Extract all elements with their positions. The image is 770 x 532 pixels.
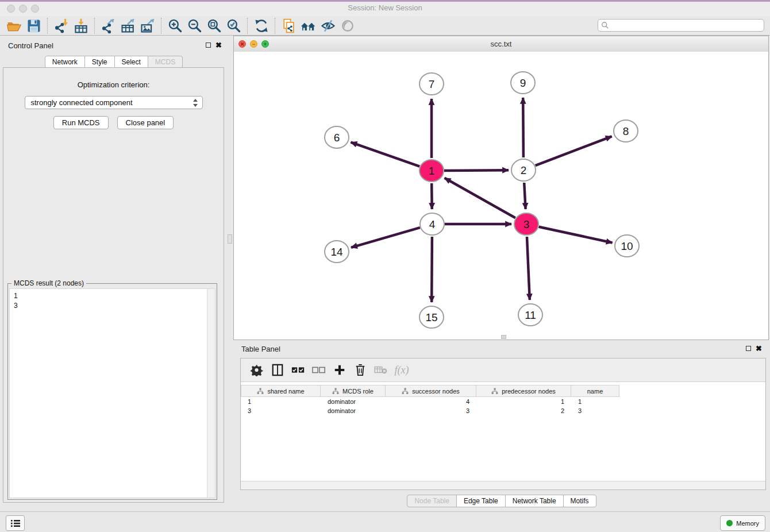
graph-node-4[interactable]: 4: [420, 213, 444, 235]
tab-mcds[interactable]: MCDS: [148, 56, 183, 68]
export-image-button[interactable]: [138, 17, 157, 34]
float-panel-icon[interactable]: [206, 43, 211, 48]
graph-edge-2-9[interactable]: [523, 98, 523, 157]
tab-motifs[interactable]: Motifs: [563, 495, 596, 507]
show-details-button[interactable]: [338, 17, 357, 34]
graph-node-9[interactable]: 9: [511, 72, 535, 94]
tab-network[interactable]: Network: [45, 56, 85, 68]
search-input[interactable]: [598, 19, 764, 32]
graph-edge-4-15[interactable]: [432, 237, 432, 302]
table-cell[interactable]: dominator: [321, 406, 386, 415]
tab-select[interactable]: Select: [114, 56, 148, 68]
result-scrollbar[interactable]: [207, 289, 215, 498]
refresh-icon: [253, 18, 270, 34]
task-history-button[interactable]: [6, 515, 25, 531]
table-horizontal-scrollbar[interactable]: [241, 481, 765, 489]
network-window-titlebar[interactable]: ✕ − + scc.txt: [234, 36, 768, 52]
criterion-dropdown[interactable]: strongly connected component: [25, 96, 203, 109]
export-network-button[interactable]: [99, 17, 118, 34]
graph-node-1[interactable]: 1: [419, 160, 444, 182]
zoom-out-button[interactable]: [185, 17, 205, 34]
table-cell[interactable]: 3: [241, 406, 321, 415]
table-settings-button[interactable]: [247, 361, 267, 379]
column-header-shared-name[interactable]: shared name: [241, 385, 321, 397]
table-cell[interactable]: 2: [476, 406, 571, 415]
column-pane-button[interactable]: [267, 361, 288, 379]
toolbar-separator: [275, 18, 276, 34]
table-cell[interactable]: 3: [571, 406, 619, 415]
graph-node-10[interactable]: 10: [615, 235, 639, 257]
zoom-fit-button[interactable]: [205, 17, 224, 34]
graph-node-15[interactable]: 15: [419, 306, 444, 328]
table-cell[interactable]: 1: [571, 397, 619, 406]
graph-node-label: 1: [429, 165, 435, 177]
graph-node-6[interactable]: 6: [325, 126, 349, 148]
tab-node-table[interactable]: Node Table: [407, 495, 457, 507]
graph-edge-1-2[interactable]: [444, 170, 509, 171]
select-all-columns-button[interactable]: [288, 361, 309, 379]
table-cell[interactable]: 1: [476, 397, 571, 406]
create-column-button[interactable]: [329, 361, 350, 379]
graph-edge-1-4[interactable]: [432, 183, 432, 209]
column-header-name[interactable]: name: [571, 385, 619, 397]
refresh-button[interactable]: [252, 17, 271, 34]
network-view-window: ✕ − + scc.txt 7968124314101511: [233, 36, 769, 340]
deselect-all-columns-button[interactable]: [309, 361, 329, 379]
graph-edge-4-14[interactable]: [351, 228, 420, 248]
memory-label: Memory: [736, 520, 759, 527]
graph-node-3[interactable]: 3: [514, 213, 538, 235]
column-header-successor-nodes[interactable]: successor nodes: [386, 385, 476, 397]
table-cell[interactable]: 1: [241, 397, 321, 406]
graph-edge-2-3[interactable]: [524, 183, 525, 209]
network-canvas[interactable]: 7968124314101511: [234, 52, 768, 340]
mcds-result-area[interactable]: 1 3: [9, 288, 215, 498]
import-table-button[interactable]: [71, 17, 91, 34]
column-header-MCDS-role[interactable]: MCDS role: [321, 385, 386, 397]
graph-edge-3-1[interactable]: [445, 178, 515, 218]
graph-node-7[interactable]: 7: [419, 73, 444, 95]
graph-node-2[interactable]: 2: [511, 159, 536, 181]
export-table-button[interactable]: [118, 17, 138, 34]
open-file-button[interactable]: [5, 17, 24, 34]
table-cell[interactable]: dominator: [321, 397, 386, 406]
memory-button[interactable]: Memory: [720, 515, 765, 531]
splitter-grip[interactable]: [228, 234, 232, 244]
float-panel-icon[interactable]: [746, 346, 751, 351]
delete-table-button[interactable]: [371, 361, 391, 379]
column-header-predecessor-nodes[interactable]: predecessor nodes: [476, 385, 571, 397]
graph-edge-1-6[interactable]: [351, 142, 420, 167]
table-cell[interactable]: 4: [386, 397, 476, 406]
clone-network-button[interactable]: [279, 17, 299, 34]
tab-network-table[interactable]: Network Table: [505, 495, 564, 507]
import-network-button[interactable]: [52, 17, 71, 34]
delete-column-button[interactable]: [350, 361, 371, 379]
hide-details-button[interactable]: [318, 17, 338, 34]
graph-edge-3-11[interactable]: [527, 237, 530, 300]
table-header-row: shared name MCDS role successor nodes pr…: [241, 385, 765, 397]
run-mcds-button[interactable]: Run MCDS: [53, 116, 109, 129]
graph-node-8[interactable]: 8: [614, 120, 638, 142]
graph-node-label: 15: [425, 311, 437, 323]
graph-node-14[interactable]: 14: [325, 241, 349, 263]
table-row[interactable]: 1dominator411: [241, 397, 765, 406]
table-cell[interactable]: 3: [386, 406, 476, 415]
graph-edge-2-8[interactable]: [536, 136, 612, 165]
home-button[interactable]: [299, 17, 318, 34]
tab-edge-table[interactable]: Edge Table: [456, 495, 506, 507]
tab-style[interactable]: Style: [84, 56, 115, 68]
table-row[interactable]: 3dominator323: [241, 406, 765, 415]
graph-edge-3-10[interactable]: [539, 227, 613, 243]
column-header-label: MCDS role: [342, 388, 374, 395]
mcds-result-text: 1 3: [10, 289, 206, 498]
graph-node-11[interactable]: 11: [518, 304, 542, 326]
zoom-selected-button[interactable]: [224, 17, 244, 34]
close-panel-icon[interactable]: ✖: [215, 43, 222, 48]
zoom-in-button[interactable]: [165, 17, 185, 34]
close-panel-button[interactable]: Close panel: [117, 116, 174, 129]
function-builder-button[interactable]: f(x): [391, 361, 412, 379]
toolbar-separator: [47, 18, 48, 34]
dropdown-stepper-icon: [192, 98, 198, 107]
canvas-scroll-grip[interactable]: [501, 335, 506, 339]
close-panel-icon[interactable]: ✖: [756, 346, 762, 351]
save-session-button[interactable]: [24, 17, 44, 34]
